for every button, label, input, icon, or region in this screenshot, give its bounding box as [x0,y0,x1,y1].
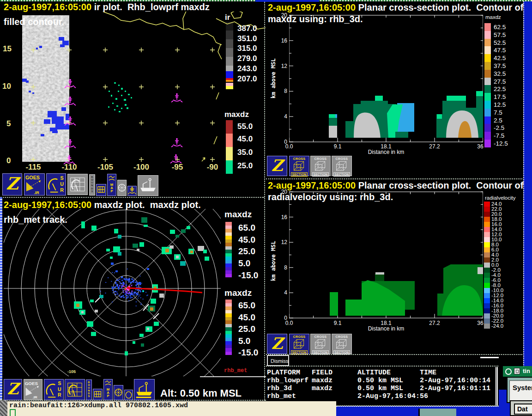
colorbar-segment [484,217,490,222]
colorbar-segment [484,273,490,278]
toolbar-button-buoy[interactable] [127,186,137,196]
toolbar-button-zebra[interactable]: Z [4,379,22,400]
colorbar-maxdz-ppi-2-label: 5.0 [238,336,250,346]
toolbar-button-map[interactable]: MAP [107,174,116,196]
xs-x-axis-label: Distance in km [356,149,417,155]
table-cell: 0.50 km MSL [357,385,403,392]
toolbar-button-azimuth-wheel[interactable] [117,180,127,196]
time-window-titlebar[interactable]: tin [503,366,532,377]
colorbar-segment [484,62,491,70]
cross-section-radialvelocity-plot[interactable] [289,186,483,321]
toolbar-button-bounds[interactable]: BOUNDS [86,379,92,400]
toolbar-button-grid[interactable] [96,184,106,196]
colorbar-segment [484,237,490,242]
colorbar-segment [484,257,490,263]
br-y-axis-label: km above MSL [270,241,277,281]
colorbar-ir-label: 387.0 [237,24,257,33]
date-button[interactable]: Dat [514,404,532,415]
toolbar-button-bounds[interactable]: BOUNDS [89,174,95,196]
colorbar-maxdz-ir-panel-label: 45.0 [237,135,253,144]
window-border-top-blue [255,0,319,2]
colorbar-segment [225,327,232,331]
colorbar-segment [225,260,232,264]
colorbar-maxdz-ir-panel-label: 35.0 [237,148,253,157]
tr-toolbar-button-cross-section[interactable]: CROSS SECTION [332,156,352,176]
colorbar-ir-label: 207.0 [237,74,257,84]
tr-y-axis-label: km above MSL [270,58,277,98]
toolbar-button-goes-ir[interactable]: GOES .IR [24,173,45,196]
colorbar-maxdz-ppi-1-label: 45.0 [238,235,255,245]
toolbar-button-grid-radar[interactable] [67,174,88,195]
table-cell: PLATFORM [267,369,300,377]
system-window: System [507,377,532,403]
table-cell: ALTITUDE [357,369,391,377]
colorbar-segment [484,222,490,227]
tr-toolbar-button-cross-section[interactable]: CROSS SECTION [310,156,331,176]
colorbar-maxdz-xs-label: 27.5 [494,78,506,85]
tr-toolbar-button-zebra[interactable]: Z [267,156,287,176]
toolbar-button-surveillance[interactable]: SUR [46,173,66,196]
svg-text:GOES: GOES [25,175,40,180]
coastline [183,12,187,30]
toolbar-button-surveillance[interactable]: SUR [44,379,64,400]
toolbar-button-ship[interactable] [138,175,158,196]
svg-text:GOES: GOES [25,381,38,386]
window-iconify-icon[interactable] [514,368,520,374]
br-toolbar-button-cross-section[interactable]: CROSS SECTION [310,334,331,354]
bottom-teal-block [418,409,456,416]
toolbar-button-grid-radar[interactable] [65,379,85,400]
colorbar-ir-label: 279.0 [237,54,257,63]
colorbar-segment [484,202,490,207]
colorbar-ir-label: 315.0 [237,44,257,53]
tr-toolbar-button-cross-section-selected[interactable]: CROSS SECTION [289,156,309,176]
toolbar-button-goes-ir[interactable]: GOES .IR [24,379,42,400]
terminal-cursor [10,409,16,416]
colorbar-segment [484,278,490,283]
toolbar-button-map[interactable]: MAP [103,379,113,400]
xs-x-tick-label: 27.2 [425,320,444,326]
colorbar-maxdz-xs-label: 37.5 [494,62,506,69]
colorbar-maxdz-xs-label: -2.5 [494,124,504,131]
colorbar-segment [484,247,490,252]
coastline [218,44,222,59]
tl-panel-title: 2-aug-1997,16:05:00 ir plot. Rhb_lowprf … [4,2,210,12]
colorbar-segment [225,270,232,274]
toolbar-button-azimuth-wheel[interactable] [114,385,123,400]
br-toolbar-button-cross-section-selected[interactable]: CROSS SECTION [289,334,309,354]
timestamp: 2-aug-1997,16:05:00 [4,2,91,12]
terminal-left-grip[interactable] [0,400,7,416]
colorbar-segment [225,250,232,253]
colorbar-maxdz-ppi-2-label: 25.0 [238,324,255,334]
colorbar-segment [484,232,490,237]
colorbar-segment [225,303,232,307]
colorbar-segment [225,331,232,335]
colorbar-segment [484,124,491,132]
toolbar-button-circle[interactable] [124,390,133,400]
coastline [231,12,242,18]
terminal-window[interactable]: rain:beaufait:126>xdump.all 970802.1605.… [7,401,336,416]
svg-text:Z: Z [6,174,21,194]
xs-x-tick-label: 27.2 [425,143,444,150]
svg-text:MAP: MAP [110,183,113,193]
cross-section-maxdz-plot[interactable] [289,13,483,142]
table-row-rhb_met: rhb_met2-Aug-97,16:04:56 [267,392,493,400]
colorbar-segment [225,239,232,243]
colorbar-segment [484,298,490,303]
table-cell: rhb_met [267,392,296,400]
br-toolbar-button-cross-section[interactable]: CROSS SECTION [332,334,352,354]
colorbar-maxdz-xs-label: 7.5 [494,109,502,116]
dismiss-button[interactable]: Dismiss [267,355,289,366]
toolbar-button-ship[interactable] [134,379,155,400]
toolbar-button-grid[interactable] [93,389,103,400]
toolbar-button-zebra[interactable]: Z [2,173,22,196]
br-toolbar-button-zebra[interactable]: Z [267,334,287,354]
br-panel-title: 2-aug-1997,16:05:00 Planar cross-section… [268,180,523,191]
colorbar-maxdz-xs-label: 12.5 [494,101,506,108]
panel-divider-h3 [266,354,522,355]
ppi-radar-plot[interactable] [4,209,221,376]
tl-x-tick-label: -115 [19,163,47,172]
svg-text:SUR: SUR [58,380,61,398]
ir-satellite-map-plot[interactable] [0,12,266,173]
window-menu-icon[interactable] [505,368,512,375]
colorbar-maxdz-xs-label: -12.5 [494,140,508,147]
